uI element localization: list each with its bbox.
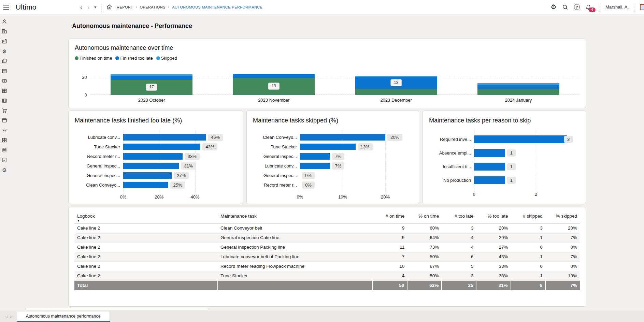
home-icon[interactable] (106, 4, 113, 10)
column-header[interactable]: Logbook▼ (74, 211, 218, 223)
table-cell: 50% (407, 271, 442, 281)
forward-icon[interactable]: › (87, 4, 89, 11)
bar-slot: 17 (90, 68, 213, 95)
divider (635, 3, 635, 12)
column-header[interactable]: % too late (476, 211, 511, 223)
sidebar-database-icon[interactable] (1, 147, 8, 153)
hamburger-menu-icon[interactable] (3, 3, 12, 12)
bar-value-label: 7% (332, 162, 345, 170)
bottom-bar: ◁ ▷ Autonomous maintenance performance (0, 308, 644, 322)
table-row[interactable]: Cake line 2Lubricate conveyor belt of Pa… (74, 252, 580, 262)
settings-gear-icon[interactable]: ⚙ (548, 1, 559, 13)
stacked-bar[interactable] (477, 83, 559, 95)
column-header[interactable]: # skipped (511, 211, 545, 223)
bar[interactable] (123, 153, 183, 160)
stacked-bar[interactable]: 17 (111, 74, 192, 95)
column-header[interactable]: % on time (407, 211, 442, 223)
bar[interactable] (123, 144, 200, 150)
sidebar-logbook-icon[interactable] (1, 88, 8, 94)
sidebar-calendar-icon[interactable] (1, 68, 8, 74)
scrollbar-thumb[interactable] (26, 308, 208, 310)
notifications-bell-icon[interactable]: 4 (583, 1, 594, 13)
bar[interactable] (300, 144, 356, 150)
sidebar-modules-icon[interactable] (1, 137, 8, 143)
bar[interactable] (474, 149, 505, 157)
bar-track: 7% (300, 161, 402, 171)
breadcrumb-operations[interactable]: OPERATIONS (140, 5, 165, 9)
horizontal-scrollbar[interactable] (0, 308, 644, 311)
search-icon[interactable] (559, 1, 571, 13)
bar-segment[interactable] (355, 89, 437, 95)
sidebar-user-icon[interactable] (1, 18, 8, 25)
help-icon[interactable]: ? (571, 1, 583, 13)
table-cell: 4 (373, 271, 407, 281)
sidebar-organization-icon[interactable] (1, 28, 8, 34)
bar[interactable] (300, 163, 330, 169)
overtime-chart-title: Autonomous maintenance over time (75, 44, 579, 52)
stacked-bar[interactable]: 19 (233, 74, 315, 95)
sidebar-cart-icon[interactable] (1, 107, 8, 114)
bar[interactable] (300, 134, 385, 141)
app-window-icon[interactable] (640, 4, 644, 10)
stacked-bar[interactable]: 13 (355, 76, 437, 95)
table-row[interactable]: Cake line 2General inspection Cake line9… (74, 233, 580, 243)
bar[interactable] (474, 135, 567, 143)
user-menu[interactable]: Marshall, A. (604, 4, 630, 10)
bar[interactable] (474, 163, 505, 171)
sidebar-window-icon[interactable] (1, 117, 8, 123)
sidebar-archive-icon[interactable] (1, 98, 8, 104)
sidebar-gear-icon[interactable]: ⚙ (1, 48, 8, 54)
bar[interactable] (474, 176, 505, 184)
bar-segment[interactable] (477, 89, 559, 95)
bar-track: 20% (300, 132, 402, 142)
app-logo: Ultimo (16, 3, 37, 11)
x-tick-label: 2023 October (90, 98, 213, 103)
x-tick-label: 2 (526, 192, 545, 197)
column-header[interactable]: # on time (373, 211, 407, 223)
table-cell: Cake line 2 (74, 271, 218, 281)
table-cell: Lubricate conveyor belt of Packing line (218, 252, 373, 262)
table-row[interactable]: Cake line 2Record meter reading Flowpack… (74, 262, 580, 271)
table-row[interactable]: Cake line 2Clean Conveyor belt960%320%32… (74, 223, 580, 233)
bar-segment[interactable] (233, 74, 315, 78)
category-label: No production (429, 178, 474, 183)
category-label: Insufficient ti... (429, 164, 474, 169)
column-header[interactable]: # too late (442, 211, 476, 223)
bar-slot: 19 (213, 68, 335, 95)
table-row[interactable]: Cake line 2General inspection Packing li… (74, 243, 580, 252)
tab-back-icon[interactable]: ◁ (5, 315, 8, 318)
category-label: Lubricate conv... (75, 135, 123, 140)
sidebar-assets-icon[interactable] (1, 78, 8, 84)
legend-label: Finished too late (120, 56, 153, 61)
column-header[interactable]: % skipped (545, 211, 580, 223)
bar[interactable] (123, 134, 206, 141)
tab-autonomous-maintenance[interactable]: Autonomous maintenance performance (17, 311, 110, 322)
bar-segment[interactable] (111, 76, 192, 79)
bar[interactable] (300, 153, 330, 160)
sidebar-alarm-icon[interactable] (1, 127, 8, 133)
bar[interactable] (123, 172, 172, 179)
chart-row: Record meter r...33% (75, 151, 237, 161)
table-cell: General inspection Packing line (218, 243, 373, 252)
back-icon[interactable]: ‹ (80, 4, 83, 11)
x-tick-label: 20% (149, 194, 169, 200)
sidebar-report-icon[interactable] (1, 157, 8, 163)
bar[interactable] (123, 163, 179, 169)
chart-row: Lubricate conv...7% (253, 161, 413, 171)
total-cell: 31% (476, 281, 511, 290)
table-row[interactable]: Cake line 2Tune Stacker450%338%113% (74, 271, 580, 281)
breadcrumb-report[interactable]: REPORT (117, 5, 133, 9)
sidebar-factory-icon[interactable] (1, 38, 8, 44)
tab-forward-icon[interactable]: ▷ (10, 315, 13, 318)
history-dropdown-icon[interactable]: ▾ (94, 5, 96, 10)
breadcrumb-current[interactable]: AUTONOMOUS MAINTENANCE PERFORMANCE (172, 5, 262, 9)
bar[interactable] (123, 182, 168, 188)
column-header[interactable]: Maintenance task (218, 211, 373, 223)
sort-icon: ▼ (77, 219, 215, 222)
bar-segment[interactable] (477, 85, 559, 88)
sidebar-documents-icon[interactable] (1, 58, 8, 64)
table-cell: Cake line 2 (74, 262, 218, 271)
bar-value-label: 20% (387, 134, 402, 141)
divider (599, 3, 599, 12)
sidebar-settings-icon[interactable]: ⚙ (1, 167, 8, 173)
